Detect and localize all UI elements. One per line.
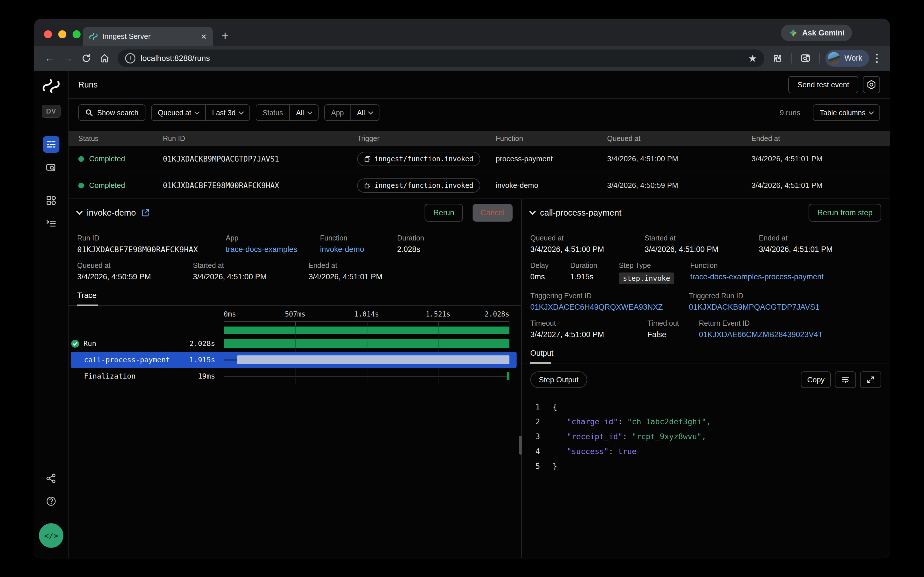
function-link[interactable]: trace-docs-examples-process-payment: [690, 272, 824, 281]
bookmark-star-icon[interactable]: ★: [748, 53, 757, 64]
collapse-chevron-icon[interactable]: [529, 208, 536, 215]
run-id: 01KJXDACBF7E98M00RAFCK9HAX: [163, 181, 357, 190]
table-columns-button[interactable]: Table columns: [813, 104, 880, 121]
started-label: Started at: [644, 234, 759, 242]
pane-resize-handle[interactable]: [519, 436, 522, 455]
triggered-run-id-link[interactable]: 01KJXDACKB9MPQACGTDP7JAVS1: [689, 303, 820, 312]
avatar: [828, 52, 840, 64]
terminal-list-icon: [46, 219, 56, 227]
show-search-button[interactable]: Show search: [78, 104, 145, 121]
browser-tab[interactable]: Inngest Server ×: [83, 27, 213, 46]
settings-button[interactable]: [863, 76, 880, 93]
finalization-bar: [507, 372, 509, 380]
side-search-icon[interactable]: [797, 50, 813, 66]
sidebar-item-functions[interactable]: [43, 215, 59, 232]
sidebar-item-apps[interactable]: [43, 192, 59, 209]
dev-server-button[interactable]: </>: [39, 523, 63, 548]
url-text[interactable]: localhost:8288/runs: [141, 54, 743, 63]
back-icon[interactable]: ←: [42, 50, 58, 66]
site-info-icon[interactable]: i: [125, 53, 135, 63]
timed-out-label: Timed out: [648, 319, 699, 327]
ask-gemini-button[interactable]: Ask Gemini: [781, 24, 852, 41]
status-filter-value[interactable]: All: [289, 105, 318, 120]
step-title: call-process-payment: [540, 208, 622, 218]
app-filter-dropdown[interactable]: App All: [324, 104, 379, 121]
run-id-value: 01KJXDACBF7E98M00RAFCK9HAX: [77, 245, 226, 254]
run-bar: [224, 339, 509, 348]
queued-label: Queued at: [77, 261, 193, 270]
trace-row-run[interactable]: Run 2.028s: [71, 335, 517, 352]
sidebar-item-events[interactable]: [43, 159, 59, 176]
new-tab-button[interactable]: +: [222, 29, 229, 43]
time-filter-dropdown[interactable]: Queued at Last 3d: [151, 104, 250, 121]
sidebar-item-runs[interactable]: [43, 136, 59, 153]
time-field-select[interactable]: Queued at: [152, 105, 206, 120]
env-badge[interactable]: DV: [42, 105, 61, 118]
trigger-pill[interactable]: inngest/function.invoked: [357, 152, 480, 166]
app-filter-label: App: [331, 109, 344, 117]
app-filter-value[interactable]: All: [350, 105, 379, 120]
expand-button[interactable]: [860, 371, 881, 388]
browser-menu-icon[interactable]: [871, 54, 882, 63]
external-link-icon[interactable]: [141, 208, 150, 217]
code-line: 2 "charge_id": "ch_1abc2def3ghi",: [530, 414, 881, 429]
trace-row-finalization[interactable]: Finalization 19ms: [71, 368, 517, 384]
home-icon[interactable]: [96, 50, 112, 66]
rerun-from-step-button[interactable]: Rerun from step: [808, 204, 881, 222]
sidebar-item-help[interactable]: [43, 493, 59, 509]
tab-close-icon[interactable]: ×: [201, 31, 207, 41]
event-search-icon: [46, 163, 56, 172]
minimize-window-button[interactable]: [58, 30, 66, 38]
url-bar[interactable]: i localhost:8288/runs ★: [118, 50, 764, 67]
step-output-button[interactable]: Step Output: [530, 371, 587, 388]
apps-icon: [46, 195, 56, 206]
traffic-lights[interactable]: [44, 30, 80, 38]
close-window-button[interactable]: [44, 30, 52, 38]
function-link[interactable]: invoke-demo: [320, 245, 397, 254]
word-wrap-button[interactable]: [835, 371, 856, 388]
check-circle-icon: [71, 339, 79, 348]
send-test-event-button[interactable]: Send test event: [788, 76, 858, 93]
run-id: 01KJXDACKB9MPQACGTDP7JAVS1: [163, 155, 357, 163]
copy-button[interactable]: Copy: [801, 371, 831, 388]
time-range-select[interactable]: Last 3d: [205, 105, 249, 120]
return-event-id-label: Return Event ID: [699, 319, 823, 327]
tab-strip: Inngest Server × + Ask Gemini: [34, 19, 890, 46]
timeline-overview[interactable]: [224, 326, 509, 335]
queued-value: 3/4/2026, 4:50:59 PM: [77, 272, 193, 281]
status-filter-dropdown[interactable]: Status All: [256, 104, 318, 121]
app-link[interactable]: trace-docs-examples: [226, 245, 320, 254]
trace-span-duration: 2.028s: [190, 339, 215, 348]
reload-icon[interactable]: [78, 50, 94, 66]
trigger-pill[interactable]: inngest/function.invoked: [357, 179, 480, 193]
ended-at: 3/4/2026, 4:51:01 PM: [751, 181, 890, 190]
step-delay-connector: [224, 359, 237, 361]
code-line: 3 "receipt_id": "rcpt_9xyz8wvu",: [530, 429, 881, 444]
tab-trace[interactable]: Trace: [77, 291, 96, 305]
duration-value: 1.915s: [570, 272, 619, 281]
search-icon: [85, 109, 93, 117]
code-line: 1 {: [530, 400, 881, 414]
step-bar: [237, 355, 509, 364]
table-row[interactable]: Completed 01KJXDACBF7E98M00RAFCK9HAX inn…: [69, 172, 890, 199]
profile-chip[interactable]: Work: [826, 50, 869, 67]
collapse-chevron-icon[interactable]: [76, 208, 83, 215]
return-event-id-link[interactable]: 01KJXDAE66CMZMB28439023V4T: [699, 330, 823, 339]
function-label: Function: [690, 261, 824, 270]
browser-window: Inngest Server × + Ask Gemini ← →: [34, 19, 890, 558]
rerun-button[interactable]: Rerun: [424, 204, 463, 222]
table-row[interactable]: Completed 01KJXDACKB9MPQACGTDP7JAVS1 inn…: [69, 146, 890, 172]
triggering-event-id-link[interactable]: 01KJXDACEC6H49QRQXWEA93NXZ: [530, 303, 689, 312]
code-line: 5 }: [530, 459, 881, 474]
sidebar-item-share[interactable]: [43, 470, 59, 487]
forward-icon[interactable]: →: [60, 50, 76, 66]
zoom-window-button[interactable]: [72, 30, 80, 38]
cancel-button[interactable]: Cancel: [472, 204, 513, 222]
step-type-label: Step Type: [619, 261, 690, 270]
extensions-puzzle-icon[interactable]: [770, 50, 786, 66]
step-output-code[interactable]: 1 { 2 "charge_id": "ch_1abc2def3ghi", 3 …: [530, 400, 881, 474]
trace-span-name: Finalization: [71, 372, 136, 380]
status-filter-label: Status: [263, 109, 283, 117]
tab-output[interactable]: Output: [530, 349, 553, 363]
trace-row-call-process-payment[interactable]: call-process-payment 1.915s: [71, 352, 517, 368]
